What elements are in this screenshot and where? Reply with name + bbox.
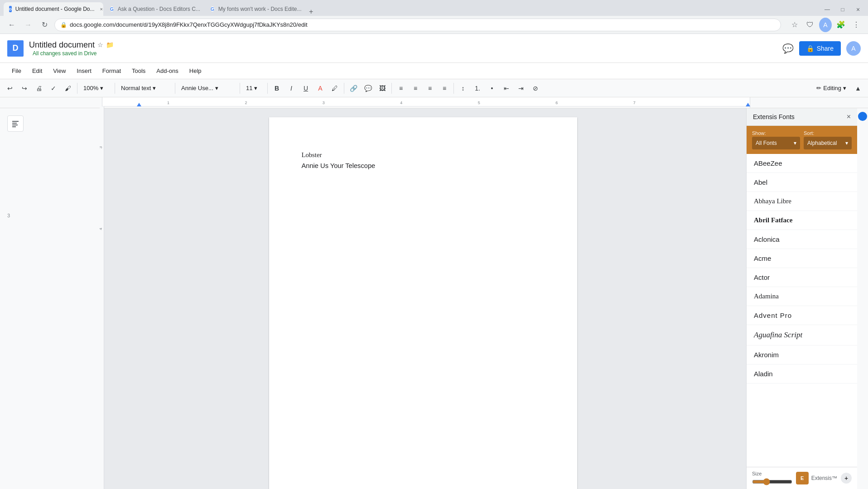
user-avatar: A <box>819 18 832 32</box>
menu-insert[interactable]: Insert <box>72 66 96 76</box>
maximize-button[interactable]: □ <box>836 3 849 16</box>
extensions-icon[interactable]: 🧩 <box>834 19 847 31</box>
align-center-button[interactable]: ≡ <box>409 82 422 95</box>
back-button[interactable]: ← <box>5 19 18 31</box>
left-panel: 3 <box>0 108 100 489</box>
italic-button[interactable]: I <box>285 82 298 95</box>
menu-file[interactable]: File <box>7 66 26 76</box>
star-icon[interactable]: ☆ <box>97 41 103 48</box>
sidebar-close-button[interactable]: × <box>847 113 851 121</box>
underline-button[interactable]: U <box>299 82 312 95</box>
align-left-button[interactable]: ≡ <box>395 82 407 95</box>
undo-button[interactable]: ↩ <box>4 82 16 95</box>
justify-button[interactable]: ≡ <box>438 82 451 95</box>
font-item-abhaya-libre[interactable]: Abhaya Libre <box>747 192 857 211</box>
size-slider[interactable] <box>752 478 792 485</box>
comments-button[interactable]: 💬 <box>782 43 794 54</box>
font-item-acme[interactable]: Acme <box>747 249 857 268</box>
menu-edit[interactable]: Edit <box>28 66 47 76</box>
editing-dropdown[interactable]: ✏ Editing ▾ <box>813 84 850 92</box>
folder-icon[interactable]: 📁 <box>106 41 114 48</box>
document-page: Lobster Annie Us Your Telescope <box>269 117 577 489</box>
redo-button[interactable]: ↪ <box>18 82 31 95</box>
shield-icon[interactable]: 🛡 <box>804 19 816 31</box>
close-button[interactable]: × <box>852 3 864 16</box>
font-item-actor[interactable]: Actor <box>747 268 857 287</box>
spellcheck-button[interactable]: ✓ <box>47 82 60 95</box>
font-item-akronim[interactable]: Akronim <box>747 345 857 364</box>
user-account-avatar[interactable]: A <box>846 41 861 56</box>
clear-formatting-button[interactable]: ⊘ <box>529 82 542 95</box>
menu-addons[interactable]: Add-ons <box>152 66 183 76</box>
menu-help[interactable]: Help <box>185 66 206 76</box>
style-value: Normal text <box>121 85 151 91</box>
minimize-button[interactable]: — <box>821 3 834 16</box>
bullet-list-button[interactable]: • <box>486 82 498 95</box>
show-chevron-icon: ▾ <box>794 140 796 146</box>
image-button[interactable]: 🖼 <box>376 82 389 95</box>
tab-3[interactable]: G My fonts won't work - Docs Edite... × <box>205 2 304 16</box>
font-selector[interactable]: Annie Use... ▾ <box>178 82 237 95</box>
font-item-abril-fatface[interactable]: Abril Fatface <box>747 211 857 230</box>
tab-2[interactable]: G Ask a Question - Docs Editors C... × <box>104 2 204 16</box>
add-font-button[interactable]: + <box>841 473 852 484</box>
font-item-adamina[interactable]: Adamina <box>747 287 857 306</box>
show-selector[interactable]: All Fonts ▾ <box>752 137 800 149</box>
line-spacing-button[interactable]: ↕ <box>457 82 469 95</box>
font-chevron-icon: ▾ <box>215 85 218 91</box>
address-bar[interactable]: 🔒 docs.google.com/document/d/19yX8j8n9FK… <box>54 19 781 31</box>
toolbar-divider-8 <box>453 83 454 94</box>
print-button[interactable]: 🖨 <box>33 82 45 95</box>
tab-1-favicon: D <box>9 6 12 12</box>
sort-selector[interactable]: Alphabetical ▾ <box>804 137 852 149</box>
right-edge-panel <box>857 108 868 489</box>
share-lock-icon: 🔒 <box>806 45 814 52</box>
decrease-indent-button[interactable]: ⇤ <box>500 82 513 95</box>
svg-text:3: 3 <box>323 101 325 105</box>
browser-tabs: D Untitled document - Google Do... × G A… <box>0 0 868 16</box>
increase-indent-button[interactable]: ⇥ <box>515 82 527 95</box>
text-color-button[interactable]: A <box>314 82 327 95</box>
paint-format-button[interactable]: 🖌 <box>62 82 74 95</box>
menu-icon[interactable]: ⋮ <box>850 19 863 31</box>
new-tab-button[interactable]: + <box>305 8 317 16</box>
svg-rect-12 <box>12 126 16 127</box>
font-item-aguafina-script[interactable]: Aguafina Script <box>747 325 857 345</box>
profile-icon[interactable]: A <box>819 19 832 31</box>
menu-tools[interactable]: Tools <box>127 66 150 76</box>
refresh-button[interactable]: ↻ <box>38 19 51 31</box>
share-button[interactable]: 🔒 Share <box>799 41 841 56</box>
page-area[interactable]: 3 4 Lobster Annie Us Your Telescope <box>100 108 746 489</box>
collapse-toolbar-button[interactable]: ▲ <box>852 82 864 95</box>
menu-format[interactable]: Format <box>98 66 125 76</box>
doc-line-1[interactable]: Lobster <box>302 150 545 160</box>
tab-1-close[interactable]: × <box>100 6 103 12</box>
ruler-marks: 1 2 3 4 5 6 7 <box>102 97 750 108</box>
bold-button[interactable]: B <box>270 82 283 95</box>
align-right-button[interactable]: ≡ <box>424 82 436 95</box>
numbered-list-button[interactable]: 1. <box>471 82 484 95</box>
tab-1-label: Untitled document - Google Do... <box>15 6 95 12</box>
font-item-abel[interactable]: Abel <box>747 173 857 192</box>
highlight-button[interactable]: 🖊 <box>328 82 341 95</box>
zoom-selector[interactable]: 100% ▾ <box>80 82 112 95</box>
style-chevron-icon: ▾ <box>153 85 156 91</box>
font-size-selector[interactable]: 11 ▾ <box>243 82 265 95</box>
link-button[interactable]: 🔗 <box>347 82 360 95</box>
font-item-abeezee[interactable]: ABeeZee <box>747 154 857 173</box>
font-item-aclonica[interactable]: Aclonica <box>747 230 857 249</box>
bookmark-icon[interactable]: ☆ <box>788 19 801 31</box>
menu-view[interactable]: View <box>48 66 70 76</box>
document-outline-button[interactable] <box>7 115 24 132</box>
font-size-value: 11 <box>246 85 252 91</box>
doc-title[interactable]: Untitled document <box>29 40 95 50</box>
doc-line-2[interactable]: Annie Us Your Telescope <box>302 161 545 171</box>
font-item-aladin[interactable]: Aladin <box>747 364 857 384</box>
doc-title-area: Untitled document ☆ 📁 All changes saved … <box>29 40 777 57</box>
comment-button[interactable]: 💬 <box>362 82 374 95</box>
forward-button[interactable]: → <box>22 19 34 31</box>
paragraph-style-selector[interactable]: Normal text ▾ <box>118 82 172 95</box>
tab-1[interactable]: D Untitled document - Google Do... × <box>4 2 103 16</box>
font-item-advent-pro[interactable]: Advent Pro <box>747 306 857 325</box>
svg-text:2: 2 <box>245 101 247 105</box>
